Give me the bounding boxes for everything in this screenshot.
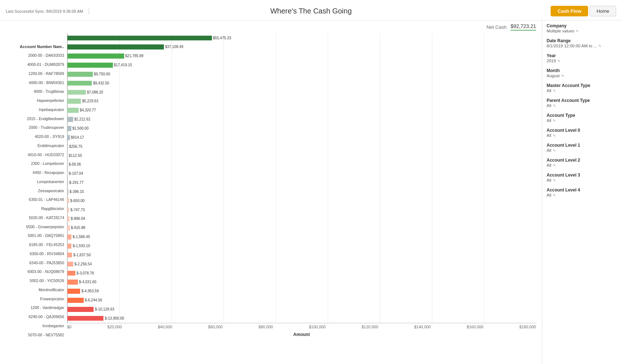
filter-value-10: All [547, 178, 551, 182]
bar-17[interactable] [67, 189, 68, 194]
filter-label-3: Month [547, 68, 618, 73]
bar-8[interactable] [67, 108, 79, 113]
bar-label-0: $55,475.33 [213, 36, 231, 41]
y-label-25: 5002-00 - YIC50539 [6, 276, 67, 285]
filter-edit-10[interactable]: ✎ [553, 178, 556, 182]
bar-21[interactable] [67, 225, 70, 230]
home-button[interactable]: Home [590, 6, 616, 16]
filter-edit-8[interactable]: ✎ [553, 149, 556, 153]
y-label-15: Zeesapexicator [6, 186, 67, 195]
filter-group-9[interactable]: Account Level 2All✎ [547, 158, 618, 167]
bar-9[interactable] [67, 117, 73, 122]
bar-16[interactable] [67, 180, 68, 185]
bar-label-10: $1,500.00 [72, 126, 89, 131]
bar-15[interactable] [67, 171, 68, 176]
chart-plot: $55,475.33$37,108.49$21,785.89$17,419.15… [67, 33, 536, 339]
grid-line-6 [380, 33, 380, 323]
bar-label-13: $112.50 [69, 153, 82, 158]
filter-group-7[interactable]: Account Level 0All✎ [547, 128, 618, 138]
filter-edit-2[interactable]: ✎ [558, 59, 560, 63]
bar-label-14: $-58.06 [68, 162, 81, 167]
y-label-0: 2000-00 - DAK92033 [6, 51, 67, 60]
filter-value-6: All [547, 118, 551, 123]
filter-label-0: Company [547, 23, 618, 28]
filter-group-3[interactable]: MonthAugust✎ [547, 68, 618, 78]
bar-label-1: $37,108.49 [165, 44, 183, 50]
filter-group-5[interactable]: Parent Account TypeAll✎ [547, 98, 618, 108]
cash-flow-button[interactable]: Cash Flow [551, 6, 588, 16]
filter-group-11[interactable]: Account Level 4All✎ [547, 187, 618, 197]
filter-edit-7[interactable]: ✎ [553, 134, 556, 138]
filter-group-4[interactable]: Master Account TypeAll✎ [547, 83, 618, 93]
y-label-22: 6300-00 - RIV34804 [6, 249, 67, 258]
bar-3[interactable] [67, 63, 113, 68]
bar-25[interactable] [67, 262, 73, 267]
bar-22[interactable] [67, 234, 71, 240]
sync-text: Last Successful Sync: 8/6/2019 9:36:00 A… [6, 9, 83, 13]
filter-label-4: Master Account Type [547, 83, 618, 88]
bar-27[interactable] [67, 280, 78, 285]
filter-edit-9[interactable]: ✎ [553, 163, 556, 167]
filter-label-10: Account Level 3 [547, 173, 618, 178]
bar-20[interactable] [67, 216, 70, 221]
bar-10[interactable] [67, 126, 71, 131]
y-label-7: 2015 - Endglibedower [6, 114, 67, 123]
filter-group-2[interactable]: Year2019✎ [547, 53, 618, 63]
filter-edit-4[interactable]: ✎ [553, 89, 556, 93]
bar-28[interactable] [67, 289, 80, 294]
x-axis-labels: $0$20,000$40,000$60,000$80,000$100,000$1… [67, 323, 536, 332]
bar-label-28: $-4,953.59 [81, 289, 99, 294]
bar-6[interactable] [67, 90, 86, 95]
bar-7[interactable] [67, 99, 81, 104]
bar-11[interactable] [67, 135, 70, 140]
filter-value-11: All [547, 193, 551, 197]
bar-24[interactable] [67, 253, 72, 258]
net-cash-value: $92,723.21 [511, 23, 536, 31]
x-label-1: $20,000 [107, 325, 122, 331]
filter-group-8[interactable]: Account Level 1All✎ [547, 143, 618, 153]
bar-5[interactable] [67, 81, 92, 86]
grid-line-4 [276, 33, 276, 323]
filter-group-0[interactable]: CompanyMultiple values✎ [547, 23, 618, 33]
filter-edit-3[interactable]: ✎ [561, 74, 564, 78]
filter-value-1: 8/1/2019 12:00:00 AM to ... [547, 44, 597, 48]
bar-29[interactable] [67, 298, 84, 303]
bar-4[interactable] [67, 72, 93, 77]
bar-31[interactable] [67, 316, 103, 321]
filter-edit-11[interactable]: ✎ [553, 193, 556, 197]
filter-group-10[interactable]: Account Level 3All✎ [547, 173, 618, 182]
bar-1[interactable] [67, 44, 164, 50]
bar-18[interactable] [67, 198, 69, 203]
filter-group-6[interactable]: Account TypeAll✎ [547, 113, 618, 123]
y-label-2: 1200-00 - RAF78589 [6, 69, 67, 78]
grid-line-7 [432, 33, 432, 323]
bar-0[interactable] [67, 36, 212, 41]
bar-23[interactable] [67, 244, 71, 249]
filter-edit-0[interactable]: ✎ [576, 29, 579, 33]
y-label-31: 5070-00 - NEV75582 [6, 330, 67, 339]
filter-value-2: 2019 [547, 59, 556, 63]
bar-13[interactable] [67, 153, 68, 158]
nav-buttons: Cash Flow Home [551, 6, 616, 16]
sync-dots[interactable]: ⋮ [86, 8, 92, 15]
bar-label-12: $256.75 [69, 144, 82, 149]
bar-2[interactable] [67, 54, 124, 59]
filter-edit-6[interactable]: ✎ [553, 119, 556, 123]
bar-label-11: $914.17 [71, 135, 84, 140]
chart-area: Net Cash: $92,723.21 Account Number Nam.… [0, 20, 542, 364]
y-label-27: Frowerpicistor [6, 294, 67, 303]
filter-edit-5[interactable]: ✎ [553, 104, 556, 108]
y-label-29: 6290-00 - QAJ09656 [6, 312, 67, 321]
page-title: Where's The Cash Going [270, 7, 352, 15]
y-label-16: 6350-01 - LAP46146 [6, 195, 67, 204]
bar-30[interactable] [67, 307, 94, 312]
bar-19[interactable] [67, 207, 69, 213]
filter-group-1[interactable]: Date Range8/1/2019 12:00:00 AM to ...✎ [547, 38, 618, 48]
bar-26[interactable] [67, 271, 75, 276]
x-label-9: $180,000 [519, 325, 536, 331]
y-label-3: 4000-00 - BIW04301 [6, 78, 67, 87]
bar-12[interactable] [67, 144, 68, 149]
filter-edit-1[interactable]: ✎ [598, 44, 601, 48]
filter-label-9: Account Level 2 [547, 158, 618, 163]
x-label-7: $140,000 [414, 325, 431, 331]
